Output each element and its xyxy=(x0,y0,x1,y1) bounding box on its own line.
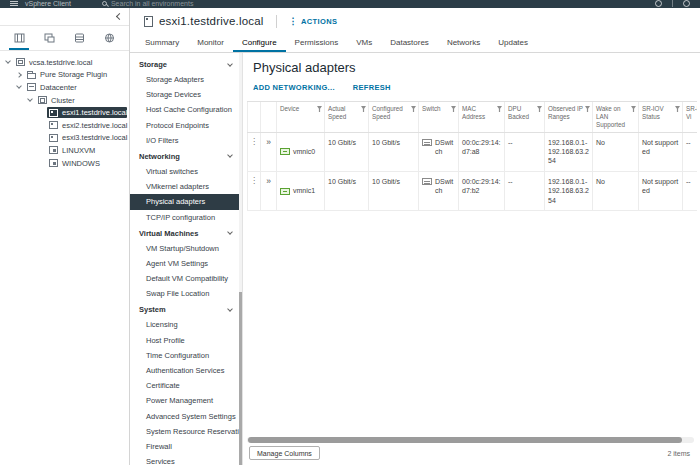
networking-tab[interactable] xyxy=(94,26,124,50)
col-header-switch[interactable]: Switch xyxy=(419,102,459,132)
col-header-sriov_vf[interactable]: SR-IOV Vi xyxy=(683,102,697,132)
tree-item-linuxvm[interactable]: LINUXVM xyxy=(0,144,129,157)
table-row[interactable]: ⋮»vmnic010 Gbit/s10 Gbit/sDSwitch00:0c:2… xyxy=(247,133,697,172)
row-menu-icon[interactable]: ⋮ xyxy=(250,177,258,185)
filter-icon[interactable] xyxy=(537,106,542,112)
nav-item-firewall[interactable]: Firewall xyxy=(130,439,242,454)
nav-item-licensing[interactable]: Licensing xyxy=(130,317,242,332)
tab-updates[interactable]: Updates xyxy=(489,34,537,52)
filter-icon[interactable] xyxy=(675,106,680,112)
nav-item-physical-adapters[interactable]: Physical adapters xyxy=(130,194,242,209)
tab-networks[interactable]: Networks xyxy=(438,34,489,52)
tree-item-pure-storage-plugin[interactable]: Pure Storage Plugin xyxy=(0,69,129,82)
global-search[interactable]: Search in all environments xyxy=(102,0,194,7)
table-header-row: DeviceActual SpeedConfigured SpeedSwitch… xyxy=(247,101,697,133)
filter-icon[interactable] xyxy=(631,106,636,112)
cell-wol: No xyxy=(593,133,639,171)
nav-item-advanced-system-settings[interactable]: Advanced System Settings xyxy=(130,409,242,424)
hosts-and-clusters-tab[interactable] xyxy=(4,26,34,50)
horizontal-scrollbar-thumb[interactable] xyxy=(248,437,682,443)
add-networking-button[interactable]: ADD NETWORKING... xyxy=(253,83,335,92)
nav-item-services[interactable]: Services xyxy=(130,454,242,465)
nav-item-authentication-services[interactable]: Authentication Services xyxy=(130,363,242,378)
nav-item-vmkernel-adapters[interactable]: VMkernel adapters xyxy=(130,179,242,194)
tab-datastores[interactable]: Datastores xyxy=(381,34,438,52)
nav-item-power-management[interactable]: Power Management xyxy=(130,393,242,408)
vms-and-templates-tab[interactable] xyxy=(34,26,64,50)
filter-icon[interactable] xyxy=(497,106,502,112)
nav-item-host-profile[interactable]: Host Profile xyxy=(130,333,242,348)
col-header-sriov_status[interactable]: SR-IOV Status xyxy=(639,102,683,132)
nav-item-certificate[interactable]: Certificate xyxy=(130,378,242,393)
actions-button[interactable]: ⋮ ACTIONS xyxy=(289,16,338,26)
nav-item-virtual-switches[interactable]: Virtual switches xyxy=(130,164,242,179)
nav-section-system[interactable]: System xyxy=(130,301,242,317)
nav-item-swap-file-location[interactable]: Swap File Location xyxy=(130,286,242,301)
tree-item-esxi3-testdrive-local[interactable]: esxi3.testdrive.local xyxy=(0,132,129,145)
col-header-configured_speed[interactable]: Configured Speed xyxy=(369,102,419,132)
nav-item-vm-startup-shutdown[interactable]: VM Startup/Shutdown xyxy=(130,241,242,256)
nav-item-storage-adapters[interactable]: Storage Adapters xyxy=(130,72,242,87)
row-menu-icon[interactable]: ⋮ xyxy=(250,138,258,146)
user-menu-icon[interactable] xyxy=(683,0,690,7)
col-header-actual_speed[interactable]: Actual Speed xyxy=(325,102,369,132)
nav-scrollbar[interactable] xyxy=(239,53,242,465)
col-header-mac[interactable]: MAC Address xyxy=(459,102,505,132)
nic-icon xyxy=(280,148,290,155)
tree-expanded-icon[interactable] xyxy=(16,84,22,90)
tree-item-esxi1-testdrive-local[interactable]: esxi1.testdrive.local xyxy=(0,106,129,119)
tree-item-esxi2-testdrive-local[interactable]: esxi2.testdrive.local xyxy=(0,119,129,132)
tab-permissions[interactable]: Permissions xyxy=(286,34,348,52)
tree-item-label: Cluster xyxy=(51,96,75,105)
horizontal-scrollbar[interactable] xyxy=(247,437,694,443)
tab-monitor[interactable]: Monitor xyxy=(188,34,233,52)
nav-item-default-vm-compatibility[interactable]: Default VM Compatibility xyxy=(130,271,242,286)
switch-link[interactable]: DSwitch xyxy=(435,177,455,196)
device-link[interactable]: vmnic1 xyxy=(293,186,315,195)
tree-item-cluster[interactable]: Cluster xyxy=(0,94,129,107)
nav-item-storage-devices[interactable]: Storage Devices xyxy=(130,87,242,102)
nav-section-virtual-machines[interactable]: Virtual Machines xyxy=(130,225,242,241)
manage-columns-button[interactable]: Manage Columns xyxy=(249,446,320,460)
tab-summary[interactable]: Summary xyxy=(136,34,188,52)
nav-item-time-configuration[interactable]: Time Configuration xyxy=(130,348,242,363)
tab-vms[interactable]: VMs xyxy=(347,34,381,52)
collapse-panel-icon[interactable] xyxy=(116,13,123,20)
refresh-button[interactable]: REFRESH xyxy=(353,83,391,92)
row-expand-icon[interactable]: » xyxy=(266,138,271,147)
filter-icon[interactable] xyxy=(317,106,322,112)
help-icon[interactable] xyxy=(655,0,662,7)
filter-icon[interactable] xyxy=(411,106,416,112)
col-header-dpu[interactable]: DPU Backed xyxy=(505,102,545,132)
filter-icon[interactable] xyxy=(585,106,590,112)
nav-item-protocol-endpoints[interactable]: Protocol Endpoints xyxy=(130,118,242,133)
nav-item-agent-vm-settings[interactable]: Agent VM Settings xyxy=(130,256,242,271)
menu-icon[interactable] xyxy=(10,1,18,6)
nav-item-i-o-filters[interactable]: I/O Filters xyxy=(130,133,242,148)
nav-item-tcp-ip-configuration[interactable]: TCP/IP configuration xyxy=(130,210,242,225)
inventory-panel: vcsa.testdrive.localPure Storage PluginD… xyxy=(0,8,130,465)
tree-item-vcsa-testdrive-local[interactable]: vcsa.testdrive.local xyxy=(0,56,129,69)
device-link[interactable]: vmnic0 xyxy=(293,147,315,156)
tree-expanded-icon[interactable] xyxy=(27,96,33,102)
col-header-wol[interactable]: Wake on LAN Supported xyxy=(593,102,639,132)
nav-item-host-cache-configuration[interactable]: Host Cache Configuration xyxy=(130,102,242,117)
tree-expanded-icon[interactable] xyxy=(5,58,11,64)
tree-item-datacenter[interactable]: Datacenter xyxy=(0,81,129,94)
table-row[interactable]: ⋮»vmnic110 Gbit/s10 Gbit/sDSwitch00:0c:2… xyxy=(247,172,697,211)
filter-icon[interactable] xyxy=(451,106,456,112)
col-header-device[interactable]: Device xyxy=(277,102,325,132)
nav-item-system-resource-reservati[interactable]: System Resource Reservati.. xyxy=(130,424,242,439)
nav-section-storage[interactable]: Storage xyxy=(130,56,242,72)
tab-configure[interactable]: Configure xyxy=(233,34,286,52)
row-expand-icon[interactable]: » xyxy=(266,177,271,186)
col-header-label: Actual Speed xyxy=(328,105,359,121)
storage-tab[interactable] xyxy=(64,26,94,50)
tree-collapsed-icon[interactable] xyxy=(16,72,22,78)
switch-link[interactable]: DSwitch xyxy=(435,138,455,157)
nav-scrollbar-thumb[interactable] xyxy=(239,292,242,465)
tree-item-windows[interactable]: WINDOWS xyxy=(0,157,129,170)
filter-icon[interactable] xyxy=(361,106,366,112)
col-header-ip_ranges[interactable]: Observed IP Ranges xyxy=(545,102,593,132)
nav-section-networking[interactable]: Networking xyxy=(130,148,242,164)
